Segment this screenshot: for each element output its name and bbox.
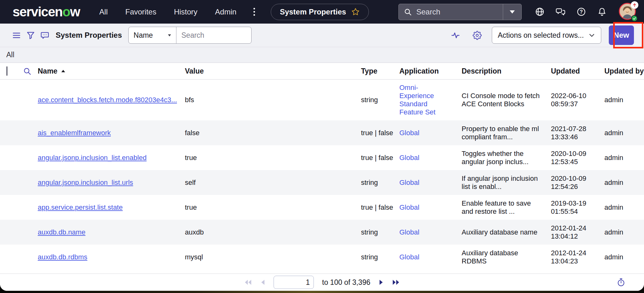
actions-on-rows-select[interactable]: Actions on selected rows... [492, 27, 601, 44]
previous-page-icon[interactable] [260, 279, 265, 286]
menu-icon[interactable] [9, 28, 24, 42]
comment-icon[interactable] [38, 28, 52, 42]
cell-type: true | false [361, 154, 399, 162]
property-name-link[interactable]: angular.jsonp.inclusion_list.enabled [38, 154, 147, 162]
column-label: Description [462, 67, 502, 75]
activity-icon[interactable] [448, 28, 463, 42]
cell-name: ace.content_blocks.fetch.mode.f80203e4c3… [35, 96, 185, 104]
property-name-link[interactable]: auxdb.db.rdbms [38, 253, 87, 261]
cell-application: Omni-Experience Standard Feature Set [399, 84, 462, 116]
property-type: true | false [361, 203, 393, 211]
nav-item-admin[interactable]: Admin [215, 8, 236, 16]
property-name-link[interactable]: app.service.persist.list.state [38, 203, 123, 211]
last-page-icon[interactable] [392, 279, 400, 286]
column-header-updated-by[interactable]: Updated by [604, 67, 644, 75]
property-value: true [185, 154, 197, 162]
property-name-link[interactable]: auxdb.db.name [38, 228, 86, 236]
application-link[interactable]: Global [399, 154, 419, 162]
property-description: If angular jsonp inclusion list is enabl… [462, 174, 538, 191]
cell-value: auxdb [185, 228, 361, 236]
logo-text: servicen [13, 4, 62, 19]
table-row: ais_enablemlframework false true | false… [0, 120, 644, 145]
cell-updated-by: admin [604, 203, 644, 212]
column-header-application[interactable]: Application [399, 67, 462, 75]
property-name-link[interactable]: angular.jsonp.inclusion_list.urls [38, 179, 133, 186]
updated-by-user: admin [604, 253, 623, 261]
favorite-star-icon[interactable] [351, 8, 360, 16]
notifications-icon[interactable] [597, 7, 607, 17]
page-number-input[interactable] [274, 276, 314, 289]
cell-description: Property to enable the ml compliant fram… [462, 125, 551, 141]
cell-application: Global [399, 203, 462, 212]
context-pill-system-properties[interactable]: System Properties [271, 4, 369, 20]
column-search-icon[interactable] [19, 67, 35, 75]
cell-updated-by: admin [604, 129, 644, 137]
property-type: true | false [361, 154, 393, 162]
more-options-icon[interactable] [252, 6, 257, 18]
gear-icon[interactable] [470, 28, 484, 42]
cell-updated: 2022-06-10 08:59:37 [551, 92, 604, 108]
updated-by-user: admin [604, 179, 623, 186]
column-header-description[interactable]: Description [462, 67, 551, 75]
column-header-updated[interactable]: Updated [551, 67, 604, 75]
avatar[interactable] [619, 3, 637, 21]
chat-icon[interactable] [556, 7, 565, 17]
column-header-value[interactable]: Value [185, 67, 361, 75]
help-icon[interactable]: ? [576, 7, 586, 17]
top-navigation-bar: servicenow All Favorites History Admin S… [0, 0, 644, 24]
application-link[interactable]: Global [399, 129, 419, 137]
cell-application: Global [399, 129, 462, 137]
property-description: Auxiliary database name [462, 228, 537, 236]
select-all-checkbox[interactable] [6, 66, 8, 76]
table-row: ace.content_blocks.fetch.mode.f80203e4c3… [0, 80, 644, 120]
updated-timestamp: 2012-01-24 13:04:12 [551, 224, 586, 240]
property-type: string [361, 253, 378, 261]
nav-item-all[interactable]: All [99, 8, 108, 16]
application-link[interactable]: Global [399, 253, 419, 261]
cell-name: auxdb.db.rdbms [35, 253, 185, 261]
column-header-type[interactable]: Type [361, 67, 399, 75]
cell-description: CI Console mode to fetch ACE Content Blo… [462, 92, 551, 108]
global-search[interactable] [398, 4, 522, 20]
property-description: Auxiliary database RDBMS [462, 249, 518, 265]
first-page-icon[interactable] [244, 279, 252, 286]
chevron-down-icon [588, 32, 595, 39]
updated-by-user: admin [604, 129, 623, 137]
list-search-combo: Name [128, 27, 252, 44]
cell-description: Auxiliary database RDBMS [462, 249, 551, 265]
column-label: Value [185, 67, 204, 75]
sort-ascending-icon [61, 70, 65, 72]
nav-item-favorites[interactable]: Favorites [125, 8, 156, 16]
filter-icon[interactable] [24, 28, 38, 42]
application-link[interactable]: Omni-Experience Standard Feature Set [399, 84, 436, 116]
property-type: string [361, 179, 378, 186]
column-header-name[interactable]: Name [35, 67, 185, 75]
application-link[interactable]: Global [399, 228, 419, 236]
globe-icon[interactable] [535, 7, 545, 17]
updated-by-user: admin [604, 228, 623, 236]
property-name-link[interactable]: ais_enablemlframework [38, 129, 111, 137]
column-label: Application [399, 67, 439, 75]
global-search-input[interactable] [416, 8, 503, 16]
page-title: System Properties [56, 31, 122, 40]
breadcrumb[interactable]: All [6, 51, 14, 59]
application-link[interactable]: Global [399, 179, 419, 186]
application-link[interactable]: Global [399, 203, 419, 211]
list-search-input[interactable] [176, 31, 251, 40]
response-time-icon[interactable] [616, 278, 626, 287]
table-body: ace.content_blocks.fetch.mode.f80203e4c3… [0, 80, 644, 274]
property-name-link[interactable]: ace.content_blocks.fetch.mode.f80203e4c3… [38, 96, 177, 104]
pagination-range-text: to 100 of 3,396 [322, 278, 370, 287]
servicenow-logo[interactable]: servicenow [13, 4, 80, 19]
property-description: CI Console mode to fetch ACE Content Blo… [462, 92, 540, 108]
column-label: Name [38, 67, 58, 75]
updated-timestamp: 2021-07-28 13:33:46 [551, 125, 586, 141]
new-button[interactable]: New [609, 25, 634, 45]
property-value: auxdb [185, 228, 204, 236]
search-field-select[interactable]: Name [129, 27, 176, 43]
search-scope-dropdown[interactable] [503, 4, 521, 20]
logo-green-o: o [62, 4, 70, 19]
cell-name: app.service.persist.list.state [35, 203, 185, 212]
next-page-icon[interactable] [379, 279, 384, 286]
nav-item-history[interactable]: History [174, 8, 197, 16]
